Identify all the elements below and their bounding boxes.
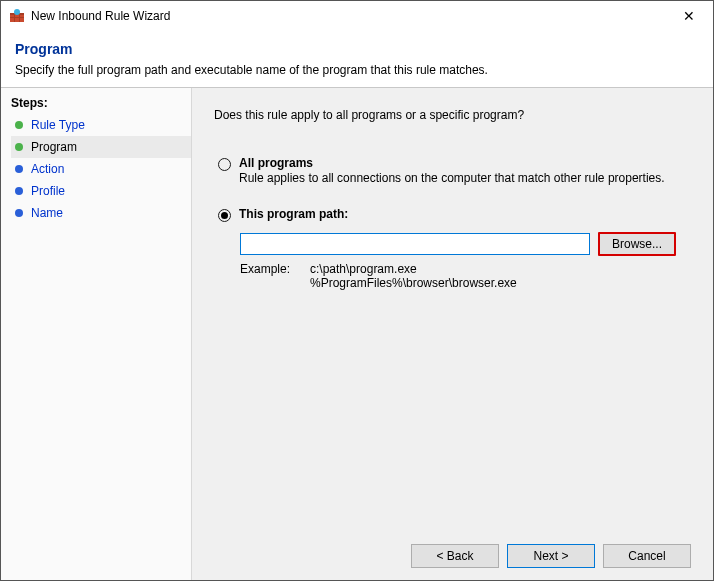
step-profile[interactable]: Profile <box>11 180 191 202</box>
option-path-title: This program path: <box>239 207 691 221</box>
question-text: Does this rule apply to all programs or … <box>214 108 691 122</box>
wizard-window: New Inbound Rule Wizard ✕ Program Specif… <box>0 0 714 581</box>
step-bullet-icon <box>15 165 23 173</box>
back-button[interactable]: < Back <box>411 544 499 568</box>
next-button[interactable]: Next > <box>507 544 595 568</box>
step-action[interactable]: Action <box>11 158 191 180</box>
close-icon: ✕ <box>683 8 695 24</box>
example-lines: c:\path\program.exe %ProgramFiles%\brows… <box>310 262 517 290</box>
option-all-title: All programs <box>239 156 691 170</box>
example-label: Example: <box>240 262 310 290</box>
step-bullet-icon <box>15 121 23 129</box>
firewall-icon <box>9 8 25 24</box>
option-all-sub: Rule applies to all connections on the c… <box>239 171 691 185</box>
svg-rect-3 <box>14 13 15 22</box>
example-block: Example: c:\path\program.exe %ProgramFil… <box>240 262 691 290</box>
program-path-row: Browse... <box>240 232 691 256</box>
wizard-header: Program Specify the full program path an… <box>1 31 713 88</box>
step-bullet-icon <box>15 209 23 217</box>
step-label: Rule Type <box>31 118 85 132</box>
svg-rect-2 <box>10 17 24 18</box>
radio-all-programs[interactable] <box>218 158 231 171</box>
content-pane: Does this rule apply to all programs or … <box>191 88 713 580</box>
step-bullet-icon <box>15 143 23 151</box>
svg-point-5 <box>14 9 20 15</box>
program-path-input[interactable] <box>240 233 590 255</box>
option-all-programs[interactable]: All programs Rule applies to all connect… <box>214 156 691 185</box>
step-bullet-icon <box>15 187 23 195</box>
radio-this-program-path[interactable] <box>218 209 231 222</box>
page-heading: Program <box>15 41 699 57</box>
steps-sidebar: Steps: Rule Type Program Action Profile … <box>1 88 191 580</box>
step-label: Name <box>31 206 63 220</box>
window-title: New Inbound Rule Wizard <box>31 9 669 23</box>
step-name[interactable]: Name <box>11 202 191 224</box>
browse-button[interactable]: Browse... <box>598 232 676 256</box>
cancel-button[interactable]: Cancel <box>603 544 691 568</box>
titlebar: New Inbound Rule Wizard ✕ <box>1 1 713 31</box>
step-label: Profile <box>31 184 65 198</box>
wizard-footer: < Back Next > Cancel <box>214 534 691 568</box>
close-button[interactable]: ✕ <box>669 2 709 30</box>
step-program[interactable]: Program <box>11 136 191 158</box>
step-label: Action <box>31 162 64 176</box>
svg-rect-4 <box>19 13 20 22</box>
page-description: Specify the full program path and execut… <box>15 63 699 77</box>
steps-title: Steps: <box>11 96 191 110</box>
wizard-body: Steps: Rule Type Program Action Profile … <box>1 88 713 580</box>
option-this-program-path[interactable]: This program path: <box>214 207 691 222</box>
step-rule-type[interactable]: Rule Type <box>11 114 191 136</box>
step-label: Program <box>31 140 77 154</box>
